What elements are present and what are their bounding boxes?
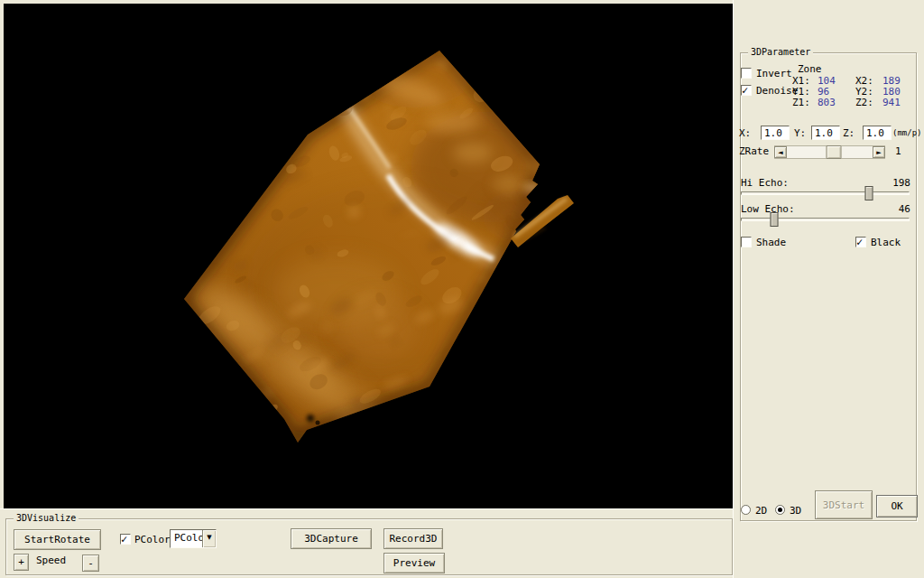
mode-2d-radio[interactable] (741, 505, 751, 515)
shade-label: Shade (756, 238, 786, 248)
scale-z-label: Z: (843, 128, 855, 139)
mode-2d-label: 2D (755, 506, 767, 517)
zone-z2-value: 941 (882, 98, 901, 108)
hi-echo-value: 198 (878, 178, 910, 189)
zrate-scrollbar-thumb[interactable] (827, 145, 842, 159)
scale-y-label: Y: (794, 128, 806, 139)
scale-z-input[interactable] (863, 126, 892, 140)
low-echo-value: 46 (878, 204, 910, 215)
denoise-checkbox[interactable] (741, 85, 752, 96)
zone-z2-label: Z2: (855, 98, 873, 108)
mode-3d-radio[interactable] (775, 505, 785, 515)
hi-echo-slider-thumb[interactable] (864, 186, 873, 200)
low-echo-slider[interactable] (741, 218, 910, 221)
invert-checkbox[interactable] (741, 68, 752, 79)
scroll-left-icon[interactable]: ◄ (774, 146, 787, 158)
ok-button[interactable]: OK (876, 495, 918, 517)
zrate-scrollbar[interactable]: ◄ ► (774, 145, 885, 159)
zone-z1-value: 803 (818, 98, 836, 108)
scale-x-input[interactable] (761, 126, 790, 140)
invert-label: Invert (756, 69, 792, 79)
scale-unit-label: (mm/p) (892, 127, 922, 138)
record3d-button[interactable]: Record3D (383, 528, 443, 549)
scroll-right-icon[interactable]: ► (873, 146, 885, 158)
dropdown-arrow-icon[interactable]: ▼ (202, 530, 216, 547)
pcolor-select[interactable]: PColor ▼ (170, 529, 217, 548)
pcolor-checkbox[interactable] (120, 534, 131, 545)
black-checkbox[interactable] (855, 237, 866, 247)
visualize-group-title: 3DVisualize (14, 513, 79, 523)
zone-title: Zone (798, 64, 822, 75)
zrate-value: 1 (895, 146, 901, 157)
hi-echo-label: Hi Echo: (741, 178, 789, 189)
shade-checkbox[interactable] (741, 237, 752, 247)
3dcapture-button[interactable]: 3DCapture (291, 528, 372, 549)
parameter-panel: 3DParameter Invert Denoise Zone X1: 104 … (733, 0, 924, 578)
black-label: Black (871, 238, 901, 248)
mode-3d-label: 3D (790, 506, 801, 517)
3dstart-button[interactable]: 3DStart (815, 490, 873, 519)
preview-button[interactable]: Preview (383, 553, 445, 573)
visualize-panel: 3DVisualize StartRotate + Speed - PColor… (0, 508, 733, 578)
start-rotate-button[interactable]: StartRotate (14, 529, 101, 550)
scale-y-input[interactable] (811, 126, 840, 140)
ultrasound-volume-render (4, 4, 733, 508)
pcolor-label: PColor (134, 535, 171, 545)
speed-plus-button[interactable]: + (14, 554, 29, 571)
zrate-label: ZRate (739, 146, 769, 157)
ultrasound-3d-viewport[interactable] (4, 4, 733, 508)
speed-minus-button[interactable]: - (82, 555, 99, 572)
zone-z1-label: Z1: (792, 98, 810, 108)
low-echo-label: Low Echo: (741, 204, 795, 215)
scale-x-label: X: (739, 128, 751, 139)
speed-label: Speed (36, 555, 66, 566)
low-echo-slider-thumb[interactable] (771, 212, 779, 227)
parameter-group-title: 3DParameter (748, 47, 813, 57)
hi-echo-slider[interactable] (741, 191, 910, 195)
parameter-groupbox: 3DParameter (740, 52, 917, 521)
